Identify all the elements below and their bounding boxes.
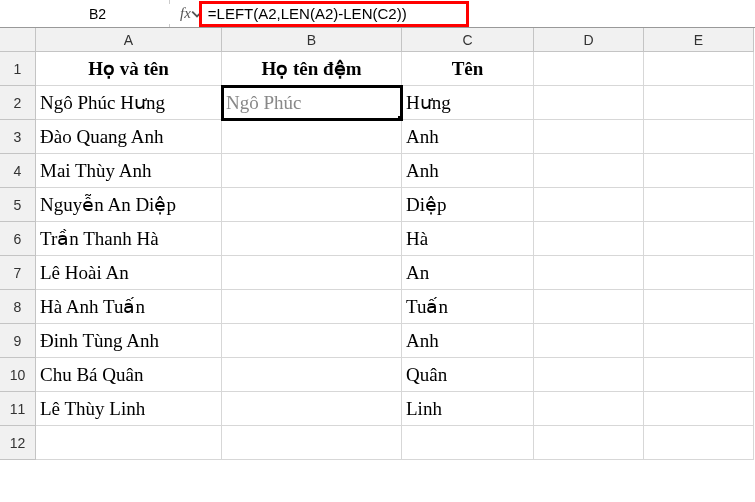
cell-b11[interactable] xyxy=(222,392,402,426)
cell-d11[interactable] xyxy=(534,392,644,426)
cell-c9[interactable]: Anh xyxy=(402,324,534,358)
cell-a12[interactable] xyxy=(36,426,222,460)
cell-d2[interactable] xyxy=(534,86,644,120)
cell-c11[interactable]: Linh xyxy=(402,392,534,426)
cell-b2[interactable]: Ngô Phúc xyxy=(222,86,402,120)
cell-e2[interactable] xyxy=(644,86,754,120)
cell-e3[interactable] xyxy=(644,120,754,154)
cell-e1[interactable] xyxy=(644,52,754,86)
cell-a3[interactable]: Đào Quang Anh xyxy=(36,120,222,154)
cell-e10[interactable] xyxy=(644,358,754,392)
cell-c10[interactable]: Quân xyxy=(402,358,534,392)
cell-c2[interactable]: Hưng xyxy=(402,86,534,120)
cell-d12[interactable] xyxy=(534,426,644,460)
cell-e7[interactable] xyxy=(644,256,754,290)
cell-d1[interactable] xyxy=(534,52,644,86)
formula-bar: fx =LEFT(A2,LEN(A2)-LEN(C2)) xyxy=(170,1,475,27)
row-header[interactable]: 5 xyxy=(0,188,36,222)
cell-a2[interactable]: Ngô Phúc Hưng xyxy=(36,86,222,120)
cell-e12[interactable] xyxy=(644,426,754,460)
row-header[interactable]: 4 xyxy=(0,154,36,188)
cell-b12[interactable] xyxy=(222,426,402,460)
cell-c4[interactable]: Anh xyxy=(402,154,534,188)
spreadsheet-grid: A B C D E 1 Họ và tên Họ tên đệm Tên 2 N… xyxy=(0,28,755,460)
cell-b4[interactable] xyxy=(222,154,402,188)
row-header[interactable]: 8 xyxy=(0,290,36,324)
cell-d10[interactable] xyxy=(534,358,644,392)
cell-d4[interactable] xyxy=(534,154,644,188)
cell-d8[interactable] xyxy=(534,290,644,324)
row-header[interactable]: 12 xyxy=(0,426,36,460)
formula-bar-row: fx =LEFT(A2,LEN(A2)-LEN(C2)) xyxy=(0,0,755,28)
cell-d7[interactable] xyxy=(534,256,644,290)
row-header[interactable]: 3 xyxy=(0,120,36,154)
name-box[interactable] xyxy=(4,4,191,24)
row-header[interactable]: 1 xyxy=(0,52,36,86)
col-header-d[interactable]: D xyxy=(534,28,644,52)
cell-e4[interactable] xyxy=(644,154,754,188)
row-header[interactable]: 2 xyxy=(0,86,36,120)
cell-a6[interactable]: Trần Thanh Hà xyxy=(36,222,222,256)
cell-c12[interactable] xyxy=(402,426,534,460)
cell-a4[interactable]: Mai Thùy Anh xyxy=(36,154,222,188)
cell-a1[interactable]: Họ và tên xyxy=(36,52,222,86)
cell-d5[interactable] xyxy=(534,188,644,222)
cell-c1[interactable]: Tên xyxy=(402,52,534,86)
cell-b7[interactable] xyxy=(222,256,402,290)
cell-b9[interactable] xyxy=(222,324,402,358)
formula-input[interactable]: =LEFT(A2,LEN(A2)-LEN(C2)) xyxy=(199,1,469,27)
cell-b8[interactable] xyxy=(222,290,402,324)
cell-a8[interactable]: Hà Anh Tuấn xyxy=(36,290,222,324)
cell-e9[interactable] xyxy=(644,324,754,358)
row-header[interactable]: 6 xyxy=(0,222,36,256)
col-header-a[interactable]: A xyxy=(36,28,222,52)
cell-c3[interactable]: Anh xyxy=(402,120,534,154)
select-all-corner[interactable] xyxy=(0,28,36,52)
cell-a10[interactable]: Chu Bá Quân xyxy=(36,358,222,392)
cell-c7[interactable]: An xyxy=(402,256,534,290)
cell-a9[interactable]: Đinh Tùng Anh xyxy=(36,324,222,358)
cell-d9[interactable] xyxy=(534,324,644,358)
row-header[interactable]: 11 xyxy=(0,392,36,426)
col-header-b[interactable]: B xyxy=(222,28,402,52)
fx-icon[interactable]: fx xyxy=(176,5,195,22)
cell-b1[interactable]: Họ tên đệm xyxy=(222,52,402,86)
row-header[interactable]: 9 xyxy=(0,324,36,358)
row-header[interactable]: 10 xyxy=(0,358,36,392)
row-header[interactable]: 7 xyxy=(0,256,36,290)
col-header-c[interactable]: C xyxy=(402,28,534,52)
cell-c5[interactable]: Diệp xyxy=(402,188,534,222)
cell-e11[interactable] xyxy=(644,392,754,426)
cell-d3[interactable] xyxy=(534,120,644,154)
cell-d6[interactable] xyxy=(534,222,644,256)
cell-a7[interactable]: Lê Hoài An xyxy=(36,256,222,290)
cell-e6[interactable] xyxy=(644,222,754,256)
cell-b6[interactable] xyxy=(222,222,402,256)
cell-a11[interactable]: Lê Thùy Linh xyxy=(36,392,222,426)
cell-c6[interactable]: Hà xyxy=(402,222,534,256)
cell-a5[interactable]: Nguyễn An Diệp xyxy=(36,188,222,222)
cell-c8[interactable]: Tuấn xyxy=(402,290,534,324)
cell-b3[interactable] xyxy=(222,120,402,154)
name-box-wrap xyxy=(0,0,170,27)
col-header-e[interactable]: E xyxy=(644,28,754,52)
cell-b10[interactable] xyxy=(222,358,402,392)
cell-e5[interactable] xyxy=(644,188,754,222)
cell-b5[interactable] xyxy=(222,188,402,222)
cell-e8[interactable] xyxy=(644,290,754,324)
